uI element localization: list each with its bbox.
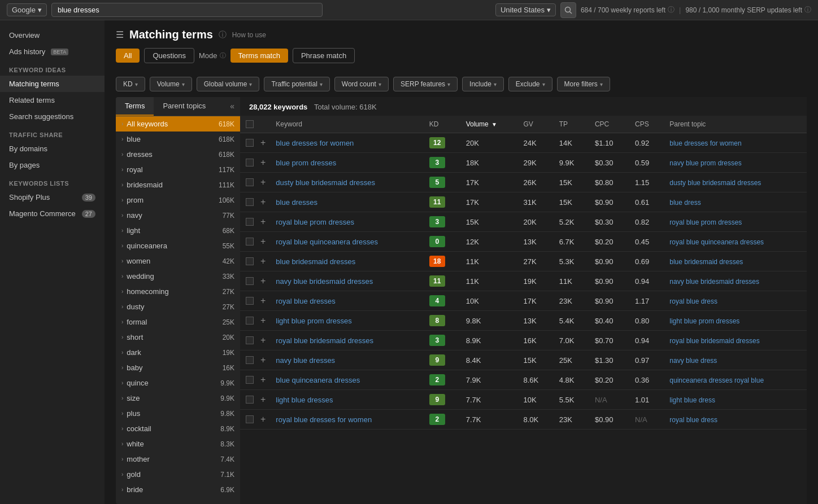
row-checkbox[interactable] [246,198,254,206]
row-checkbox[interactable] [246,297,254,305]
keyword-link[interactable]: light blue dresses [276,396,333,404]
select-all-checkbox[interactable] [246,120,254,128]
filter-global-volume[interactable]: Global volume ▾ [197,77,260,91]
keyword-link[interactable]: royal blue dresses [276,297,336,305]
add-keyword-button[interactable]: + [258,335,268,345]
row-checkbox[interactable] [246,376,254,384]
keyword-list-item[interactable]: › short 20K [116,330,240,345]
col-tp-header[interactable]: TP [554,116,589,133]
tab-terms-match[interactable]: Terms match [230,49,288,63]
row-checkbox[interactable] [246,396,254,404]
row-checkbox[interactable] [246,257,254,265]
kl-tab-terms[interactable]: Terms [116,97,154,116]
keyword-list-item[interactable]: › gold 7.1K [116,467,240,482]
col-keyword-header[interactable]: Keyword [270,116,423,133]
keyword-list-item[interactable]: › bride 6.9K [116,482,240,497]
parent-topic-link[interactable]: navy blue prom dresses [669,159,741,167]
tab-all[interactable]: All [116,49,140,63]
add-keyword-button[interactable]: + [258,177,268,187]
help-icon[interactable]: ⓘ [219,30,227,40]
add-keyword-button[interactable]: + [258,197,268,207]
keyword-list-item[interactable]: › dresses 618K [116,147,240,162]
add-keyword-button[interactable]: + [258,315,268,325]
parent-topic-link[interactable]: light blue dress [669,396,715,404]
keyword-list-item[interactable]: › dusty 27K [116,299,240,314]
keyword-list-item[interactable]: › bridesmaid 111K [116,177,240,192]
parent-topic-link[interactable]: royal blue bridesmaid dresses [669,337,759,345]
search-input[interactable] [51,3,323,17]
add-keyword-button[interactable]: + [258,217,268,226]
sidebar-item-magento[interactable]: Magento Commerce 27 [0,205,105,222]
keyword-link[interactable]: royal blue quinceanera dresses [276,238,378,246]
add-keyword-button[interactable]: + [258,395,268,404]
row-checkbox[interactable] [246,159,254,166]
filter-include[interactable]: Include ▾ [462,77,504,91]
collapse-button[interactable]: « [224,97,240,116]
row-checkbox[interactable] [246,218,254,226]
filter-traffic-potential[interactable]: Traffic potential ▾ [264,77,329,91]
row-checkbox[interactable] [246,317,254,325]
filter-kd[interactable]: KD ▾ [116,77,145,91]
keyword-list-item[interactable]: › white 8.3K [116,436,240,452]
col-kd-header[interactable]: KD [424,116,460,133]
parent-topic-link[interactable]: dusty blue bridesmaid dresses [669,179,761,187]
sidebar-item-shopify-plus[interactable]: Shopify Plus 39 [0,189,105,205]
sidebar-item-search-suggestions[interactable]: Search suggestions [0,108,105,125]
sidebar-item-related-terms[interactable]: Related terms [0,92,105,108]
row-checkbox[interactable] [246,336,254,344]
sidebar-item-ads-history[interactable]: Ads history BETA [0,43,105,60]
keyword-list-item[interactable]: › blue 618K [116,132,240,147]
keyword-link[interactable]: royal blue dresses for women [276,415,372,424]
kl-tab-parent-topics[interactable]: Parent topics [154,97,215,116]
col-cps-header[interactable]: CPS [629,116,664,133]
add-keyword-button[interactable]: + [258,355,268,365]
keyword-link[interactable]: navy blue dresses [276,356,335,365]
parent-topic-link[interactable]: navy blue dress [669,357,717,365]
keyword-list-item[interactable]: › All keywords 618K [116,116,240,132]
keyword-link[interactable]: royal blue bridesmaid dresses [276,336,373,345]
add-keyword-button[interactable]: + [258,138,268,147]
keyword-link[interactable]: royal blue prom dresses [276,218,354,226]
country-selector[interactable]: United States ▾ [495,3,556,16]
add-keyword-button[interactable]: + [258,375,268,384]
keyword-list-item[interactable]: › women 42K [116,253,240,269]
keyword-list-item[interactable]: › cocktail 8.9K [116,421,240,436]
filter-more-filters[interactable]: More filters ▾ [557,77,610,91]
add-keyword-button[interactable]: + [258,157,268,167]
keyword-list-item[interactable]: › wedding 33K [116,269,240,284]
add-keyword-button[interactable]: + [258,296,268,305]
col-volume-header[interactable]: Volume ▼ [460,116,518,133]
row-checkbox[interactable] [246,139,254,147]
sidebar-item-by-pages[interactable]: By pages [0,157,105,173]
row-checkbox[interactable] [246,178,254,186]
how-to-use-link[interactable]: How to use [232,31,266,39]
table-wrap[interactable]: Keyword KD Volume ▼ GV TP CPC CPS [240,116,807,504]
search-button[interactable] [560,2,576,18]
keyword-link[interactable]: blue dresses for women [276,139,354,147]
keyword-list-item[interactable]: › navy 77K [116,208,240,223]
keyword-list-item[interactable]: › mother 7.4K [116,452,240,467]
parent-topic-link[interactable]: royal blue prom dresses [669,218,742,226]
keyword-list-item[interactable]: › quince 9.9K [116,375,240,391]
col-parent-topic-header[interactable]: Parent topic [664,116,807,133]
keyword-list-item[interactable]: › prom 106K [116,192,240,208]
keyword-list-item[interactable]: › homecoming 27K [116,284,240,299]
parent-topic-link[interactable]: blue dress [669,199,700,207]
keyword-list-item[interactable]: › size 9.9K [116,391,240,406]
keyword-link[interactable]: navy blue bridesmaid dresses [276,277,373,286]
keyword-link[interactable]: dusty blue bridesmaid dresses [276,178,375,187]
parent-topic-link[interactable]: navy blue bridesmaid dresses [669,278,759,286]
keyword-link[interactable]: blue bridesmaid dresses [276,257,355,266]
keyword-link[interactable]: blue dresses [276,198,317,207]
filter-volume[interactable]: Volume ▾ [150,77,192,91]
keyword-link[interactable]: blue prom dresses [276,159,336,167]
keyword-list-item[interactable]: › plus 9.8K [116,406,240,421]
col-gv-header[interactable]: GV [518,116,554,133]
parent-topic-link[interactable]: royal blue quinceanera dresses [669,238,764,246]
keyword-list-item[interactable]: › formal 25K [116,314,240,330]
sidebar-item-matching-terms[interactable]: Matching terms [0,76,105,92]
filter-serp-features[interactable]: SERP features ▾ [393,77,458,91]
tab-questions[interactable]: Questions [144,48,194,63]
keyword-link[interactable]: light blue prom dresses [276,317,351,325]
keyword-list-item[interactable]: › baby 16K [116,360,240,375]
